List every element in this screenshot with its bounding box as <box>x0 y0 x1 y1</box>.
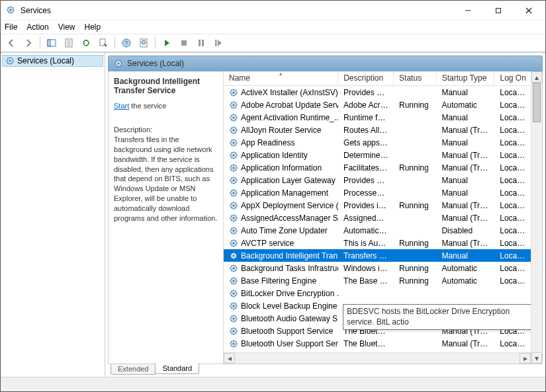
menu-view[interactable]: View <box>58 22 75 32</box>
gear-icon <box>229 176 238 185</box>
cell-logon: Local Sy <box>494 88 531 97</box>
sort-indicator-icon: ▴ <box>279 71 282 77</box>
cell-name: BitLocker Drive Encryption ... <box>224 289 338 298</box>
scroll-right-icon[interactable]: ▸ <box>520 353 531 364</box>
forward-button[interactable] <box>21 36 36 50</box>
cell-name-text: App Readiness <box>241 138 295 147</box>
cell-logon: Local Se <box>494 151 531 160</box>
cell-startup: Manual (Trig... <box>436 239 494 248</box>
cell-startup: Automatic <box>436 264 494 273</box>
table-row[interactable]: Application InformationFacilitates t...R… <box>224 161 531 174</box>
cell-name: Application Layer Gateway ... <box>224 176 338 185</box>
stop-service-button[interactable] <box>176 36 192 50</box>
menu-file[interactable]: File <box>5 22 17 32</box>
cell-logon: Local Sy <box>494 214 531 223</box>
tree-node-services-local[interactable]: Services (Local) <box>2 55 103 67</box>
properties-button[interactable] <box>61 36 77 50</box>
menu-action[interactable]: Action <box>26 22 48 32</box>
tab-standard[interactable]: Standard <box>155 363 199 374</box>
table-row[interactable]: AllJoyn Router ServiceRoutes AllJo...Man… <box>224 124 531 136</box>
gear-icon <box>114 59 123 68</box>
restart-service-button[interactable] <box>210 36 226 50</box>
table-row[interactable]: BitLocker Drive Encryption ... <box>224 287 531 299</box>
cell-logon: Local Se <box>494 126 531 135</box>
table-row[interactable]: AppX Deployment Service (...Provides inf… <box>224 199 531 212</box>
cell-description: The Bluetoo... <box>338 339 394 348</box>
scroll-up-icon[interactable]: ▴ <box>531 71 542 83</box>
cell-name: AssignedAccessManager Se... <box>224 214 338 223</box>
table-row[interactable]: AssignedAccessManager Se...AssignedAc...… <box>224 212 531 224</box>
table-row[interactable]: Auto Time Zone UpdaterAutomatica...Disab… <box>224 224 531 237</box>
tree-node-label: Services (Local) <box>17 56 74 65</box>
help-button[interactable]: ? <box>118 36 134 50</box>
gear-icon <box>229 276 238 286</box>
cell-startup: Manual (Trig... <box>436 339 494 348</box>
table-row[interactable]: Application Layer Gateway ...Provides su… <box>224 174 531 186</box>
table-row[interactable]: ActiveX Installer (AxInstSV)Provides Us.… <box>224 86 531 98</box>
table-row[interactable]: Agent Activation Runtime_...Runtime for.… <box>224 111 531 124</box>
cell-name-text: AppX Deployment Service (... <box>241 201 338 210</box>
column-logon[interactable]: Log On <box>494 71 531 85</box>
cell-startup: Manual <box>436 88 494 97</box>
cell-name: Block Level Backup Engine ... <box>224 301 338 311</box>
cell-startup: Automatic <box>436 276 494 286</box>
cell-description: Automatica... <box>338 226 394 235</box>
cell-name-text: Application Identity <box>241 151 308 160</box>
cell-startup: Manual (Trig... <box>436 151 494 160</box>
table-row[interactable]: Application IdentityDetermines ...Manual… <box>224 149 531 161</box>
cell-description: Processes in... <box>338 188 394 198</box>
table-row[interactable]: Background Tasks Infrastruc...Windows in… <box>224 262 531 274</box>
gear-icon <box>229 201 238 210</box>
table-row[interactable]: Base Filtering EngineThe Base Fil...Runn… <box>224 274 531 287</box>
scroll-down-icon[interactable]: ▾ <box>531 352 542 364</box>
hscroll-track[interactable] <box>235 353 520 364</box>
start-service-suffix: the service <box>129 102 166 110</box>
maximize-button[interactable] <box>483 1 514 20</box>
back-button[interactable] <box>3 36 19 50</box>
vertical-scrollbar[interactable]: ▴ ▾ <box>531 71 542 364</box>
tab-extended[interactable]: Extended <box>111 364 156 375</box>
pane-header: Services (Local) <box>108 56 543 71</box>
show-hide-tree-button[interactable] <box>44 36 60 50</box>
gear-icon <box>229 188 238 198</box>
separator <box>40 37 40 49</box>
app-icon <box>6 5 17 16</box>
refresh-button[interactable] <box>78 36 94 50</box>
start-service-button[interactable] <box>159 36 175 50</box>
minimize-button[interactable] <box>453 1 483 20</box>
table-header: Name▴ Description Status Startup Type Lo… <box>224 71 531 86</box>
separator <box>155 37 156 49</box>
cell-name-text: Application Layer Gateway ... <box>241 176 338 185</box>
table-row[interactable]: Adobe Acrobat Update Serv...Adobe Acro..… <box>224 98 531 111</box>
gear-icon <box>229 126 238 135</box>
vscroll-thumb[interactable] <box>533 83 541 122</box>
scroll-left-icon[interactable]: ◂ <box>224 353 235 364</box>
cell-name: AVCTP service <box>224 239 338 248</box>
table-row[interactable]: Bluetooth User Support Ser...The Bluetoo… <box>224 337 531 350</box>
close-button[interactable] <box>514 1 544 20</box>
cell-name-text: Background Tasks Infrastruc... <box>241 264 338 273</box>
column-description[interactable]: Description <box>338 71 394 85</box>
table-row[interactable]: Application ManagementProcesses in...Man… <box>224 186 531 199</box>
horizontal-scrollbar[interactable]: ◂ ▸ <box>224 352 531 364</box>
help-topics-button[interactable] <box>136 36 152 50</box>
table-row[interactable]: App ReadinessGets apps re...ManualLocal … <box>224 136 531 149</box>
cell-description: This is Audi... <box>338 239 394 248</box>
pause-service-button[interactable] <box>193 36 209 50</box>
column-name[interactable]: Name▴ <box>224 71 338 85</box>
export-button[interactable] <box>95 36 111 50</box>
cell-logon: Local Sy <box>494 100 531 110</box>
cell-name-text: Application Information <box>241 163 322 173</box>
cell-name: Background Intelligent Tran... <box>224 251 338 260</box>
vscroll-track[interactable] <box>531 83 542 352</box>
table-row[interactable]: Background Intelligent Tran...Transfers … <box>224 249 531 262</box>
table-row[interactable]: AVCTP serviceThis is Audi...RunningManua… <box>224 237 531 249</box>
description-label: Description: <box>114 126 218 134</box>
column-startup[interactable]: Startup Type <box>437 71 495 85</box>
cell-logon: Local Se <box>494 226 531 235</box>
cell-name-text: Bluetooth Audio Gateway S... <box>241 314 338 323</box>
column-status[interactable]: Status <box>394 71 437 85</box>
cell-status: Running <box>394 239 436 248</box>
start-service-link[interactable]: Start <box>114 102 129 110</box>
menu-help[interactable]: Help <box>85 22 101 32</box>
